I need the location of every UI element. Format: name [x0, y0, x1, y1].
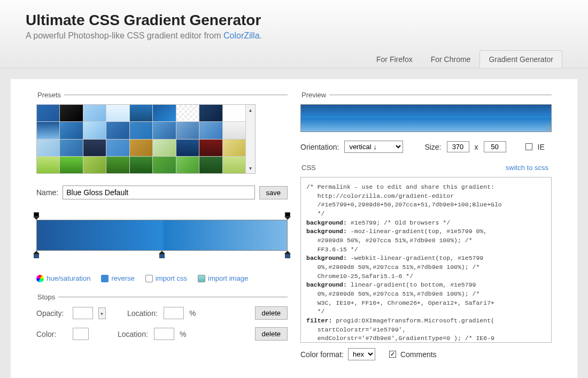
preset-swatch[interactable]: [199, 105, 222, 121]
preset-swatch[interactable]: [199, 157, 222, 173]
nav-tab[interactable]: For Firefox: [367, 50, 422, 68]
opacity-stops-track[interactable]: [36, 211, 288, 220]
color-location-input[interactable]: [154, 328, 174, 340]
color-delete-button[interactable]: delete: [255, 327, 288, 341]
preset-swatch[interactable]: [153, 140, 175, 156]
preset-swatch[interactable]: [130, 122, 152, 138]
preset-swatch[interactable]: [106, 122, 129, 138]
preset-swatch[interactable]: [223, 105, 245, 121]
scroll-down-icon[interactable]: ▾: [249, 165, 252, 171]
opacity-stepper-icon[interactable]: ▸: [98, 307, 106, 319]
presets-fieldset: Presets ▴ ▾ Name: save: [36, 91, 288, 282]
name-input[interactable]: [63, 186, 254, 199]
header: Ultimate CSS Gradient Generator A powerf…: [0, 0, 588, 68]
preset-swatch[interactable]: [176, 140, 199, 156]
preset-scrollbar[interactable]: ▴ ▾: [245, 105, 255, 173]
preset-swatch[interactable]: [223, 140, 245, 156]
css-fieldset: CSS switch to scss /* Permalink - use to…: [300, 164, 552, 360]
nav-tab[interactable]: Gradient Generator: [479, 50, 562, 68]
name-row: Name: save: [36, 186, 288, 199]
preset-swatch[interactable]: [153, 105, 175, 121]
orientation-row: Orientation: vertical ↓ Size: x IE: [300, 141, 552, 153]
import-css-tool[interactable]: import css: [145, 274, 187, 282]
subtitle-prefix: A powerful Photoshop-like CSS gradient e…: [26, 31, 223, 40]
opacity-stop-marker[interactable]: [284, 212, 291, 220]
format-row: Color format: hex Comments: [300, 348, 552, 360]
import-image-tool[interactable]: import image: [198, 274, 248, 282]
percent-label-1: %: [189, 309, 196, 318]
preset-swatch[interactable]: [153, 157, 175, 173]
save-button[interactable]: save: [259, 186, 288, 199]
preset-swatch[interactable]: [223, 122, 245, 138]
presets-box: ▴ ▾: [36, 104, 256, 174]
reverse-tool[interactable]: reverse: [101, 274, 134, 282]
preset-swatch[interactable]: [60, 122, 82, 138]
preset-swatch[interactable]: [106, 140, 129, 156]
preset-swatch[interactable]: [106, 105, 129, 121]
opacity-row: Opacity: ▸ Location: % delete: [36, 306, 288, 320]
size-height-input[interactable]: [484, 141, 506, 152]
preset-grid: [37, 105, 245, 173]
switch-scss-link[interactable]: switch to scss: [502, 164, 548, 172]
preset-swatch[interactable]: [83, 122, 106, 138]
gradient-bar[interactable]: [36, 220, 288, 251]
preset-swatch[interactable]: [223, 157, 245, 173]
preset-swatch[interactable]: [60, 105, 82, 121]
orientation-label: Orientation:: [300, 143, 339, 151]
preset-swatch[interactable]: [83, 140, 106, 156]
preset-swatch[interactable]: [83, 105, 106, 121]
preset-swatch[interactable]: [37, 105, 59, 121]
colorzilla-link[interactable]: ColorZilla: [223, 31, 260, 40]
reverse-icon: [101, 275, 109, 282]
preset-swatch[interactable]: [37, 140, 59, 156]
color-row: Color: Location: % delete: [36, 327, 288, 341]
color-stop-marker[interactable]: [159, 251, 165, 258]
scroll-up-icon[interactable]: ▴: [249, 107, 252, 113]
preset-swatch[interactable]: [60, 140, 82, 156]
opacity-delete-button[interactable]: delete: [255, 306, 288, 320]
preset-swatch[interactable]: [37, 122, 59, 138]
preset-swatch[interactable]: [60, 157, 82, 173]
comments-checkbox[interactable]: [389, 351, 396, 358]
preset-swatch[interactable]: [199, 122, 222, 138]
size-x: x: [475, 143, 478, 151]
color-label: Color:: [36, 330, 67, 338]
color-swatch-input[interactable]: [73, 328, 89, 340]
preset-swatch[interactable]: [176, 157, 199, 173]
css-output[interactable]: /* Permalink - use to edit and share thi…: [300, 177, 552, 343]
import-css-label: import css: [156, 274, 187, 282]
opacity-input[interactable]: [73, 307, 93, 319]
stops-fieldset: Stops Opacity: ▸ Location: % delete Colo…: [36, 293, 288, 348]
color-stop-marker[interactable]: [33, 251, 40, 258]
preset-swatch[interactable]: [106, 157, 129, 173]
opacity-stop-marker[interactable]: [33, 212, 40, 220]
preset-swatch[interactable]: [37, 157, 59, 173]
preview-fieldset: Preview Orientation: vertical ↓ Size: x …: [300, 91, 552, 153]
size-width-input[interactable]: [447, 141, 469, 152]
size-label: Size:: [424, 143, 441, 151]
preset-swatch[interactable]: [83, 157, 106, 173]
opacity-label: Opacity:: [36, 309, 67, 318]
preview-legend: Preview: [300, 91, 329, 99]
resize-grip-icon[interactable]: [545, 125, 550, 130]
color-location-label: Location:: [118, 330, 149, 338]
subtitle-suffix: .: [260, 31, 262, 40]
color-stops-track[interactable]: [36, 251, 288, 259]
page-title: Ultimate CSS Gradient Generator: [26, 12, 562, 29]
preset-swatch[interactable]: [130, 105, 152, 121]
color-format-label: Color format:: [300, 350, 344, 359]
color-format-select[interactable]: hex: [348, 348, 375, 360]
color-stop-marker[interactable]: [284, 251, 291, 258]
orientation-select[interactable]: vertical ↓: [344, 141, 403, 153]
ie-checkbox[interactable]: [525, 143, 532, 150]
hue-saturation-tool[interactable]: hue/saturation: [36, 274, 90, 282]
opacity-location-input[interactable]: [164, 307, 184, 319]
preset-swatch[interactable]: [199, 140, 222, 156]
stops-legend: Stops: [36, 293, 58, 301]
preset-swatch[interactable]: [176, 105, 199, 121]
preset-swatch[interactable]: [130, 140, 152, 156]
preset-swatch[interactable]: [153, 122, 175, 138]
nav-tab[interactable]: For Chrome: [422, 50, 480, 68]
preset-swatch[interactable]: [176, 122, 199, 138]
preset-swatch[interactable]: [130, 157, 152, 173]
